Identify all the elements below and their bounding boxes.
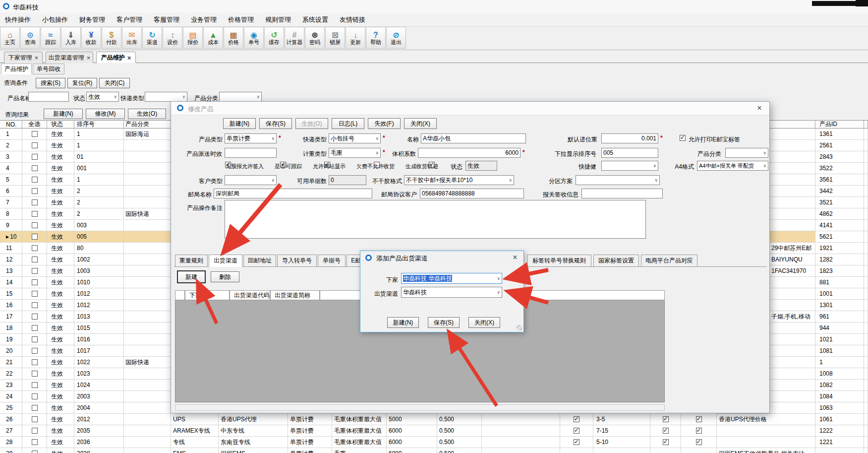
cell-st[interactable]: 生效 bbox=[47, 129, 74, 140]
row-checkbox[interactable] bbox=[32, 325, 38, 331]
channel-select[interactable]: 华磊科技 bbox=[401, 287, 502, 298]
cell-st[interactable]: 生效 bbox=[47, 380, 74, 391]
cell-seq[interactable]: 1015 bbox=[74, 323, 124, 334]
cell-cat[interactable] bbox=[124, 345, 171, 357]
cell-id[interactable]: 3522 bbox=[815, 163, 864, 174]
cell-id[interactable]: 1221 bbox=[815, 437, 864, 448]
cell-st[interactable]: 生效 bbox=[47, 357, 74, 368]
cell-no[interactable]: 19 bbox=[0, 334, 22, 345]
cell-seq[interactable]: 2003 bbox=[74, 391, 124, 402]
cell-cat[interactable] bbox=[124, 254, 171, 265]
cell-e[interactable]: 6000 bbox=[387, 448, 437, 453]
cell-e[interactable]: 5000 bbox=[387, 414, 437, 425]
courier-type-select[interactable]: 小包挂号 bbox=[329, 133, 381, 143]
cell-id[interactable]: 3521 bbox=[815, 197, 864, 208]
customs-sign-input[interactable] bbox=[581, 189, 663, 198]
cell-id[interactable]: 1301 bbox=[815, 300, 864, 311]
cell-seq[interactable]: 001 bbox=[74, 163, 124, 174]
flag-checkbox[interactable] bbox=[696, 439, 702, 445]
cell-no[interactable]: 9 bbox=[0, 220, 22, 231]
cell-a[interactable]: ARAMEX专线 bbox=[171, 425, 219, 437]
modal-tab-标签转单号替换规则[interactable]: 标签转单号替换规则 bbox=[527, 255, 591, 267]
cell-no[interactable]: 4 bbox=[0, 163, 22, 174]
flag-checkbox[interactable] bbox=[663, 416, 669, 422]
close-icon[interactable] bbox=[511, 253, 520, 262]
cell-i[interactable]: 5-10 bbox=[593, 437, 650, 448]
flag-checkbox[interactable] bbox=[696, 416, 702, 422]
cell-c[interactable]: 单票计费 bbox=[288, 425, 332, 437]
modal-button-0[interactable]: 新建(N) bbox=[223, 118, 256, 129]
row-checkbox[interactable] bbox=[32, 131, 38, 137]
results-button-2[interactable]: 生效(O) bbox=[128, 109, 166, 119]
cell-seq[interactable]: 1 bbox=[74, 140, 124, 151]
menu-item-1[interactable]: 小包操作 bbox=[42, 15, 68, 24]
cell-id[interactable]: 1084 bbox=[815, 391, 864, 402]
name-input[interactable]: A华磊小包 bbox=[421, 133, 526, 143]
cell-l[interactable]: 香港UPS代理价格 bbox=[717, 414, 815, 425]
cell-cat[interactable] bbox=[124, 402, 171, 414]
cell-seq[interactable]: 1002 bbox=[74, 254, 124, 265]
cell-e[interactable]: 6000 bbox=[387, 425, 437, 437]
cell-no[interactable]: 1 bbox=[0, 129, 22, 140]
toolbar-update[interactable]: ↓更新 bbox=[346, 27, 365, 49]
flag-checkbox[interactable] bbox=[574, 416, 579, 422]
row-checkbox[interactable] bbox=[32, 268, 38, 274]
row-checkbox[interactable] bbox=[32, 142, 38, 148]
row-checkbox[interactable] bbox=[32, 451, 38, 453]
cell-b[interactable]: 东南亚专线 bbox=[219, 437, 288, 448]
modal-tab-国家标签设置[interactable]: 国家标签设置 bbox=[593, 255, 639, 267]
modal-tab-重量规则[interactable]: 重量规则 bbox=[175, 255, 208, 267]
cell-st[interactable]: 生效 bbox=[47, 437, 74, 448]
post-office-input[interactable]: 深圳邮局 bbox=[214, 189, 372, 198]
allow-eub-checkbox[interactable] bbox=[680, 135, 686, 141]
cell-st[interactable]: 生效 bbox=[47, 231, 74, 243]
cell-no[interactable]: 18 bbox=[0, 323, 22, 334]
modal-button-3[interactable]: 日志(L) bbox=[332, 118, 364, 129]
row-checkbox[interactable] bbox=[32, 279, 38, 285]
cell-no[interactable]: 27 bbox=[0, 425, 22, 437]
cell-st[interactable]: 生效 bbox=[47, 140, 74, 151]
menu-item-0[interactable]: 快件操作 bbox=[5, 15, 31, 24]
toolbar-cost[interactable]: ▲成本 bbox=[203, 27, 223, 49]
post-customer-input[interactable]: 0568498748888888 bbox=[420, 189, 524, 198]
cell-id[interactable]: 1823 bbox=[815, 265, 864, 277]
cell-d[interactable]: 毛重体积重最大值 bbox=[332, 414, 387, 425]
toolbar-price[interactable]: ▦价格 bbox=[224, 27, 243, 49]
cell-seq[interactable]: 1010 bbox=[74, 277, 124, 288]
weight-type-select[interactable]: 毛重 bbox=[329, 148, 381, 158]
cell-cat[interactable] bbox=[124, 323, 171, 334]
close-icon[interactable] bbox=[755, 104, 764, 113]
cell-seq[interactable]: 1013 bbox=[74, 311, 124, 323]
zone-plan-select[interactable] bbox=[576, 175, 660, 185]
flag-checkbox[interactable] bbox=[663, 439, 669, 445]
cell-st[interactable]: 生效 bbox=[47, 368, 74, 380]
query-button-0[interactable]: 搜索(S) bbox=[36, 78, 65, 88]
sticker-format-select[interactable]: 不干胶中邮+报关单10*10 bbox=[404, 175, 514, 185]
toolbar-calculator[interactable]: #计算器 bbox=[285, 27, 304, 49]
close-icon[interactable] bbox=[87, 54, 91, 62]
status-select[interactable]: 生效 bbox=[86, 92, 119, 102]
menu-item-8[interactable]: 系统设置 bbox=[302, 15, 328, 24]
cell-no[interactable]: 28 bbox=[0, 437, 22, 448]
cell-st[interactable]: 生效 bbox=[47, 197, 74, 208]
cell-c[interactable]: 单票计费 bbox=[288, 414, 332, 425]
cell-st[interactable]: 生效 bbox=[47, 323, 74, 334]
menu-item-5[interactable]: 业务管理 bbox=[191, 15, 217, 24]
cell-no[interactable]: 25 bbox=[0, 402, 22, 414]
cell-no[interactable]: 7 bbox=[0, 197, 22, 208]
cell-cat[interactable] bbox=[124, 163, 171, 174]
cell-id[interactable]: 1001 bbox=[815, 288, 864, 300]
modal-button-5[interactable]: 关闭(X) bbox=[404, 118, 437, 129]
row-checkbox[interactable] bbox=[32, 199, 38, 205]
cell-d[interactable]: 毛重 bbox=[332, 448, 387, 453]
toolbar-channel[interactable]: ↻渠道 bbox=[142, 27, 162, 49]
volume-coef-input[interactable]: 6000 bbox=[418, 148, 521, 158]
horizontal-scrollbar[interactable] bbox=[175, 404, 665, 411]
cell-id[interactable]: 1063 bbox=[815, 402, 864, 414]
cell-f[interactable]: 0.500 bbox=[437, 414, 482, 425]
cell-st[interactable]: 生效 bbox=[47, 243, 74, 254]
row-checkbox[interactable] bbox=[32, 416, 38, 422]
product-type-select[interactable]: 单票计费 bbox=[225, 133, 277, 143]
cell-b[interactable]: 中东专线 bbox=[219, 425, 288, 437]
cell-no[interactable]: 14 bbox=[0, 277, 22, 288]
